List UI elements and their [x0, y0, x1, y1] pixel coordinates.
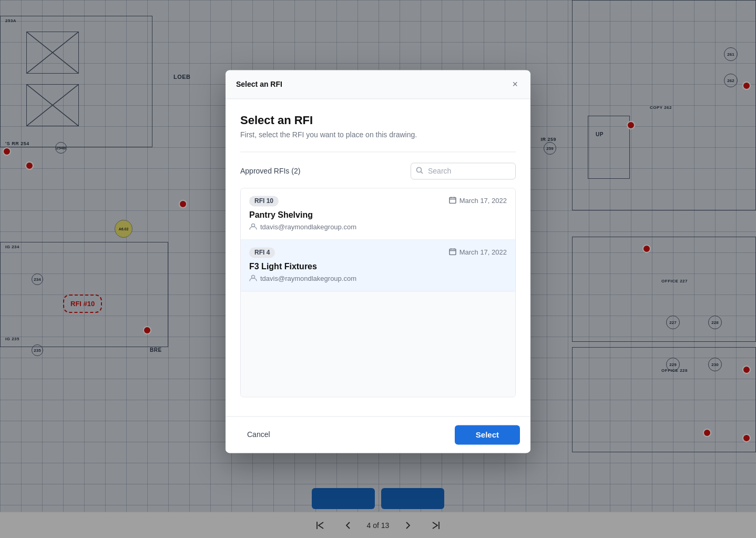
rfi-author-1: tdavis@raymondlakegroup.com	[249, 222, 507, 232]
svg-point-6	[417, 167, 422, 172]
rfi-date-1: March 17, 2022	[449, 196, 507, 205]
search-input[interactable]	[411, 163, 516, 179]
author-icon-2	[249, 274, 257, 283]
svg-line-7	[421, 171, 423, 174]
modal-subtitle: First, select the RFI you want to place …	[240, 130, 516, 139]
modal-main-title: Select an RFI	[240, 114, 516, 127]
select-button[interactable]: Select	[455, 425, 520, 444]
rfi-badge-1: RFI 10	[249, 196, 279, 206]
rfi-title-1: Pantry Shelving	[249, 210, 507, 220]
rfi-item-1-header: RFI 10 March 17, 2022	[249, 196, 507, 206]
rfi-author-text-1: tdavis@raymondlakegroup.com	[260, 223, 356, 231]
rfi-badge-2: RFI 4	[249, 247, 275, 258]
search-wrapper	[411, 163, 516, 179]
svg-rect-8	[449, 197, 456, 203]
modal-close-button[interactable]: ×	[510, 78, 520, 90]
modal-footer: Cancel Select	[226, 416, 530, 453]
rfi-date-2: March 17, 2022	[449, 248, 507, 257]
modal-body: Select an RFI First, select the RFI you …	[226, 99, 530, 416]
filter-row: Approved RFIs (2)	[240, 163, 516, 179]
modal-divider	[240, 151, 516, 152]
modal-header-title: Select an RFI	[236, 80, 282, 88]
calendar-icon-1	[449, 196, 456, 205]
rfi-title-2: F3 Light Fixtures	[249, 262, 507, 271]
search-icon	[416, 166, 423, 175]
modal-dialog: Select an RFI × Select an RFI First, sel…	[226, 70, 530, 453]
author-icon-1	[249, 222, 257, 232]
rfi-author-2: tdavis@raymondlakegroup.com	[249, 274, 507, 283]
rfi-date-text-1: March 17, 2022	[459, 197, 507, 205]
rfi-item-2[interactable]: RFI 4 March 17, 2022 F3 L	[241, 240, 515, 291]
rfi-item-2-header: RFI 4 March 17, 2022	[249, 247, 507, 258]
cancel-button[interactable]: Cancel	[236, 425, 281, 444]
svg-rect-13	[449, 249, 456, 255]
rfi-list: RFI 10 March 17, 2022 Pan	[240, 188, 516, 397]
modal-header: Select an RFI ×	[226, 70, 530, 99]
calendar-icon-2	[449, 248, 456, 257]
filter-label: Approved RFIs (2)	[240, 167, 300, 175]
rfi-author-text-2: tdavis@raymondlakegroup.com	[260, 275, 356, 282]
rfi-item-1[interactable]: RFI 10 March 17, 2022 Pan	[241, 188, 515, 240]
rfi-empty-area	[241, 291, 515, 397]
rfi-date-text-2: March 17, 2022	[459, 248, 507, 256]
